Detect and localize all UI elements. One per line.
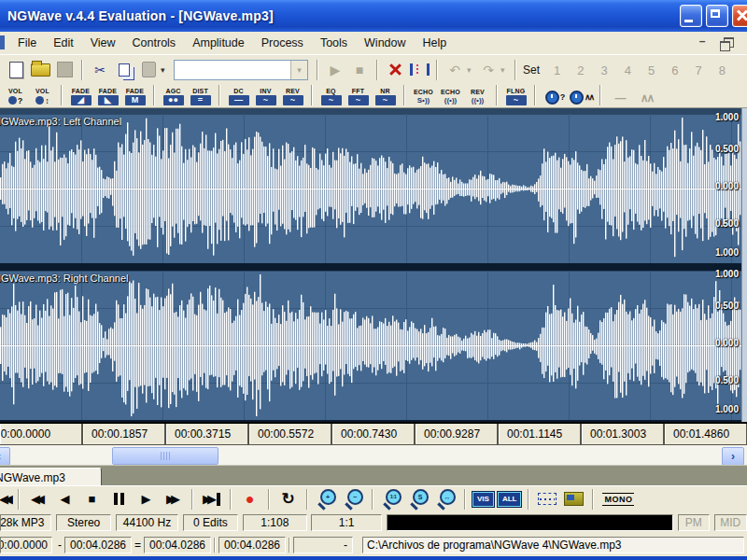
fx-fade-custom-icon: M (125, 95, 146, 105)
fx-fft-filter-button[interactable]: FFT~ (345, 85, 371, 105)
minimize-button[interactable] (680, 5, 702, 27)
fx-time-stretch-button[interactable]: ∧∧ (569, 85, 594, 105)
time-ruler[interactable]: 00:00.000000:00.185700:00.371500:00.5572… (0, 422, 747, 444)
selection-combobox[interactable]: ▾ (174, 60, 308, 80)
zoom-in-button[interactable]: + (313, 488, 340, 511)
menu-help[interactable]: Help (415, 34, 456, 52)
file-properties-button[interactable] (560, 488, 587, 511)
go-end-icon: ▶▶ (203, 488, 212, 511)
go-start-button[interactable]: ◀◀ (0, 488, 13, 511)
fx-flanger-label: FLNG (507, 88, 526, 94)
amplitude-scale-right-0: 1.000 (715, 270, 739, 279)
main-toolbar: ✂ ▾ ▾ ▶ ■ ↶ ▾ ↷ ▾ Set 12345678 (0, 54, 747, 84)
horizontal-scrollbar[interactable]: ‹ › (0, 444, 747, 465)
show-all-icon: ALL (498, 492, 522, 507)
set-marker-5: 5 (648, 63, 655, 77)
close-button[interactable] (732, 5, 747, 27)
fx-reverse-button[interactable]: REV~ (280, 85, 305, 105)
record-button[interactable]: ● (236, 488, 263, 511)
fx-silence-button: — (607, 85, 632, 105)
menu-controls[interactable]: Controls (124, 34, 185, 52)
stop-button[interactable]: ■ (78, 488, 106, 511)
scrollbar-thumb[interactable] (112, 447, 218, 465)
maximize-button[interactable] (706, 5, 728, 27)
loop-button[interactable]: ↻ (275, 488, 302, 511)
mdi-restore-button[interactable] (717, 35, 736, 49)
play-backward-button[interactable]: ◀ (51, 488, 78, 511)
fx-reverse-label: REV (286, 88, 300, 94)
mdi-minimize-button[interactable]: – (693, 35, 712, 48)
trim-button[interactable] (407, 58, 431, 82)
fx-flanger-icon: ~ (506, 95, 527, 105)
zoom-fit-button[interactable]: ↔ (432, 488, 459, 511)
show-visible-button[interactable]: VIS (471, 488, 496, 511)
fx-invert-button[interactable]: INV~ (253, 85, 278, 105)
fx-fade-custom-button[interactable]: FADEM (122, 85, 148, 105)
fx-fade-out-button[interactable]: FADE◣ (95, 85, 120, 105)
amplitude-scale-right-1: 0.500 (715, 301, 739, 311)
fx-agc-button[interactable]: AGC●● (161, 85, 186, 105)
fx-volume-query-button[interactable]: VOL? (3, 85, 28, 105)
status-scale-ratio: 1:1 (311, 514, 383, 531)
fx-fade-in-label: FADE (72, 88, 90, 94)
zoom-1-1-button[interactable]: 1:1 (378, 488, 405, 511)
menu-process[interactable]: Process (253, 34, 312, 52)
mono-button[interactable]: MONO (599, 488, 638, 511)
scroll-right-button[interactable]: › (722, 447, 744, 466)
fx-noise-reduction-button[interactable]: NR~ (373, 85, 398, 105)
title-bar: NGWave v.4.4 Evaluation - [NGWave.mp3] (0, 0, 747, 32)
pause-button[interactable] (106, 488, 133, 511)
menu-amplitude[interactable]: Amplitude (184, 34, 253, 52)
tab-ngwave-mp3[interactable]: NGWave.mp3 (0, 468, 102, 487)
fx-distortion-button[interactable]: DIST= (188, 85, 213, 105)
zoom-out-button[interactable]: − (340, 488, 367, 511)
fx-time-query-button[interactable]: ? (542, 85, 567, 105)
new-file-button[interactable] (4, 58, 28, 82)
fx-volume-adjust-button[interactable]: VOL↕ (30, 85, 55, 105)
amplitude-scale-left-2: 0.000 (715, 182, 739, 191)
fx-dc-offset-button[interactable]: DC— (226, 85, 251, 105)
time-tick-7: 00:01.3003 (582, 424, 665, 444)
amplitude-scale-left-1: 0.500 (715, 145, 739, 154)
menu-edit[interactable]: Edit (45, 34, 82, 52)
cut-button[interactable]: ✂ (88, 58, 112, 82)
total-length: 00:04.0286 (218, 537, 286, 553)
fx-fft-filter-label: FFT (352, 88, 364, 94)
scroll-left-button[interactable]: ‹ (0, 447, 10, 466)
status-sample-rate: 44100 Hz (116, 514, 178, 531)
waveform-view[interactable]: NGWave.mp3: Left Channel NGWave.mp3: Rig… (0, 108, 747, 422)
fx-volume-adjust-icon: ↕ (35, 95, 49, 105)
copy-button[interactable] (112, 58, 136, 82)
combobox-arrow: ▾ (290, 61, 307, 79)
rewind-button[interactable]: ◀◀ (24, 488, 51, 511)
fx-echo-button[interactable]: ECHO((•)) (438, 85, 463, 105)
amplitude-scale-right-2: 0.000 (715, 339, 739, 348)
play-button[interactable]: ▶ (133, 488, 160, 511)
copy-icon (119, 63, 130, 77)
paste-dropdown-arrow[interactable]: ▾ (161, 65, 170, 75)
play-icon: ▶ (142, 488, 151, 511)
show-all-button[interactable]: ALL (496, 488, 524, 511)
amplitude-scale-left-3: 0.500 (715, 219, 739, 229)
fx-generate-wave-icon: ∧∧ (641, 91, 654, 105)
fx-fade-in-button[interactable]: FADE◢ (68, 85, 93, 105)
fx-echo-simple-button[interactable]: ECHOS•)) (411, 85, 436, 105)
zoom-selection-button[interactable]: S (405, 488, 432, 511)
fx-equalizer-button[interactable]: EQ~ (318, 85, 344, 105)
fx-reverb-icon: ((•)) (472, 96, 484, 105)
time-tick-0: 00:00.0000 (0, 424, 83, 444)
fast-forward-button[interactable]: ▶▶ (160, 488, 187, 511)
menu-tools[interactable]: Tools (312, 34, 356, 52)
selection-grid-button[interactable] (534, 488, 560, 511)
menu-view[interactable]: View (82, 34, 124, 52)
go-end-button[interactable]: ▶▶ (198, 488, 225, 511)
menu-file[interactable]: File (9, 34, 45, 52)
menu-window[interactable]: Window (356, 34, 414, 52)
left-channel-label: NGWave.mp3: Left Channel (0, 116, 121, 127)
delete-button[interactable] (383, 58, 407, 82)
fx-flanger-button[interactable]: FLNG~ (503, 85, 529, 105)
open-file-button[interactable] (28, 58, 52, 82)
fx-reverb-button[interactable]: REV((•)) (465, 85, 490, 105)
vertical-scrollbar[interactable] (741, 108, 747, 422)
fx-agc-icon: ●● (163, 95, 184, 105)
